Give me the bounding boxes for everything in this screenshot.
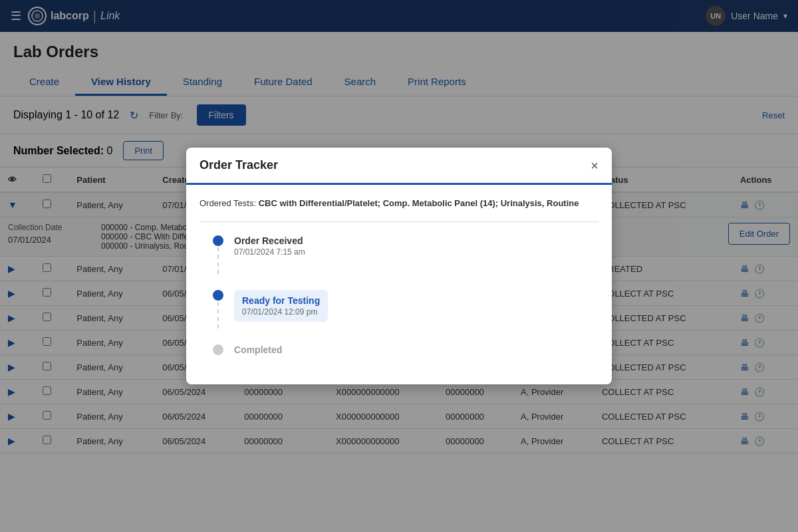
modal-close-button[interactable]: × (591, 159, 598, 172)
modal-divider (200, 221, 598, 222)
timeline-step-date: 07/01/2024 12:09 pm (242, 307, 320, 317)
timeline-line (217, 247, 219, 274)
timeline-step-label: Completed (234, 344, 282, 355)
timeline-item-completed: Completed (213, 344, 598, 355)
timeline-step-label: Order Received (234, 235, 305, 246)
ordered-tests-value: CBC with Differential/Platelet; Comp. Me… (259, 198, 579, 208)
modal-header: Order Tracker × (186, 148, 612, 185)
timeline-content: Completed (234, 344, 282, 355)
timeline-dot-completed (213, 235, 223, 246)
timeline-dot-col (213, 344, 223, 355)
timeline-line (217, 302, 219, 329)
timeline-content: Order Received 07/01/2024 7:15 am (234, 235, 305, 257)
timeline-step-label: Ready for Testing (242, 295, 320, 306)
timeline-dot-col (213, 290, 223, 329)
ordered-tests-label: Ordered Tests: (200, 198, 256, 208)
timeline-dot-pending (213, 344, 223, 355)
timeline-active-bg: Ready for Testing 07/01/2024 12:09 pm (234, 290, 328, 322)
timeline-item-ready-for-testing: Ready for Testing 07/01/2024 12:09 pm (213, 290, 598, 329)
timeline-dot-active (213, 290, 223, 301)
order-tracker-modal: Order Tracker × Ordered Tests: CBC with … (186, 148, 612, 384)
modal-body: Ordered Tests: CBC with Differential/Pla… (186, 185, 612, 384)
timeline: Order Received 07/01/2024 7:15 am Ready … (200, 235, 598, 355)
timeline-step-date: 07/01/2024 7:15 am (234, 247, 305, 257)
timeline-item-order-received: Order Received 07/01/2024 7:15 am (213, 235, 598, 274)
ordered-tests-section: Ordered Tests: CBC with Differential/Pla… (200, 198, 598, 208)
modal-overlay[interactable]: Order Tracker × Ordered Tests: CBC with … (0, 0, 798, 532)
modal-title: Order Tracker (200, 158, 278, 172)
timeline-dot-col (213, 235, 223, 274)
